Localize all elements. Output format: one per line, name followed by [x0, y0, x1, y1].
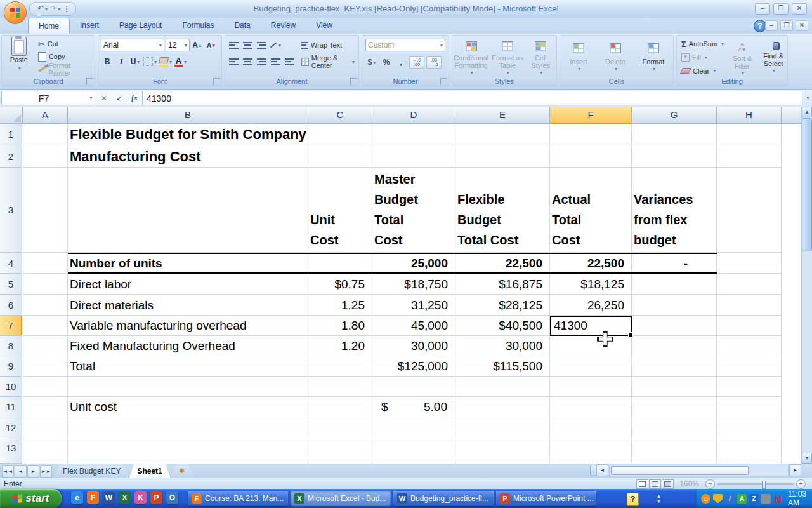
cell-B9[interactable]: Total	[68, 356, 308, 377]
autosum-button[interactable]: ΣAutoSum▾	[679, 38, 726, 50]
format-as-table-button[interactable]: Format as Table▾	[492, 37, 523, 77]
cell-B4[interactable]: Number of units	[68, 253, 308, 274]
cell-G4[interactable]: -	[632, 253, 717, 274]
cell-C6[interactable]: 1.25	[308, 295, 372, 316]
row-header-2[interactable]: 2	[0, 145, 22, 168]
cell-F7[interactable]: 41300	[550, 316, 632, 336]
find-select-button[interactable]: Find & Select▾	[759, 38, 788, 77]
close-button[interactable]: ✕	[792, 3, 807, 15]
cell-styles-button[interactable]: Cell Styles▾	[527, 37, 554, 77]
taskbar-button-word[interactable]: WBudgeting_practice-fl...	[393, 491, 494, 506]
cell-B1[interactable]: Flexible Budget for Smith Company	[68, 124, 308, 145]
cell-E9[interactable]: $115,500	[455, 356, 550, 377]
bold-button[interactable]: B	[101, 55, 114, 68]
cell-F5[interactable]: $18,125	[550, 274, 632, 295]
z-app-tray-icon[interactable]: Z	[749, 494, 759, 504]
align-left-button[interactable]	[227, 55, 240, 68]
name-box[interactable]: F7 ▾	[1, 91, 96, 105]
comma-style-button[interactable]: ,	[395, 56, 407, 69]
antivirus-tray-icon[interactable]: A	[737, 494, 747, 504]
cell-B5[interactable]: Direct labor	[68, 274, 308, 295]
cell-B8[interactable]: Fixed Manufacturing Overhead	[68, 336, 308, 356]
align-center-button[interactable]	[241, 55, 254, 68]
column-header-H[interactable]: H	[717, 107, 782, 124]
powerpoint-icon[interactable]: P	[150, 491, 162, 504]
workbook-close-button[interactable]: ✕	[796, 20, 808, 31]
row-header-13[interactable]: 13	[0, 438, 22, 458]
page-break-view-button[interactable]	[662, 479, 674, 489]
tab-formulas[interactable]: Formulas	[172, 18, 224, 34]
alignment-dialog-launcher[interactable]	[350, 78, 357, 85]
next-sheet-button[interactable]: ►	[27, 465, 39, 478]
decrease-indent-button[interactable]	[269, 55, 282, 68]
fill-button[interactable]: ▼Fill▾	[679, 51, 726, 63]
cell-E3[interactable]: Flexible Budget Total Cost	[455, 168, 550, 253]
cancel-entry-button[interactable]: ✕	[96, 94, 112, 103]
cell-E5[interactable]: $16,875	[455, 274, 550, 295]
minimize-button[interactable]: –	[755, 3, 770, 15]
scroll-up-button[interactable]: ▲	[802, 107, 812, 117]
increase-indent-button[interactable]	[283, 55, 296, 68]
row-header-12[interactable]: 12	[0, 417, 22, 438]
cell-F3[interactable]: Actual Total Cost	[550, 168, 632, 253]
orientation-button[interactable]: ▾	[269, 39, 282, 51]
last-sheet-button[interactable]: ►►	[40, 465, 52, 478]
first-sheet-button[interactable]: ◄◄	[2, 465, 14, 478]
taskbar-button-excel[interactable]: XMicrosoft Excel - Bud...	[291, 491, 391, 506]
tab-view[interactable]: View	[306, 18, 343, 34]
cell-D11[interactable]: $5.00	[372, 397, 455, 417]
row-header-8[interactable]: 8	[0, 336, 22, 356]
horizontal-scrollbar[interactable]: ◄ ►	[590, 465, 801, 476]
tab-split-handle[interactable]	[590, 465, 596, 476]
confirm-entry-button[interactable]: ✓	[112, 94, 127, 103]
column-header-A[interactable]: A	[23, 107, 68, 124]
clear-button[interactable]: Clear▾	[679, 65, 726, 77]
merge-center-button[interactable]: Merge & Center▾	[299, 55, 357, 68]
sheet-tab-flex-budget-key[interactable]: Flex Budget KEY	[55, 464, 129, 478]
tab-home[interactable]: Home	[28, 18, 70, 34]
scroll-down-button[interactable]: ▼	[802, 453, 812, 464]
cell-E6[interactable]: $28,125	[455, 295, 550, 316]
cell-C4[interactable]	[308, 253, 372, 274]
tab-review[interactable]: Review	[261, 18, 306, 34]
font-dialog-launcher[interactable]	[213, 78, 220, 85]
formula-input[interactable]: 41300	[143, 91, 802, 105]
font-name-select[interactable]: Arial▾	[101, 39, 164, 51]
zoom-out-button[interactable]: −	[705, 479, 715, 489]
insert-function-button[interactable]: fx	[127, 93, 142, 103]
zoom-slider[interactable]	[717, 483, 794, 485]
row-header-6[interactable]: 6	[0, 295, 22, 316]
paste-button[interactable]: Paste▾	[2, 36, 36, 77]
sheet-tab-sheet1[interactable]: Sheet1	[129, 464, 170, 478]
align-middle-button[interactable]	[241, 39, 254, 51]
select-all-corner[interactable]	[0, 107, 23, 124]
zoom-slider-thumb[interactable]	[762, 481, 766, 489]
tab-page-layout[interactable]: Page Layout	[109, 18, 172, 34]
delete-cells-button[interactable]: Delete▾	[601, 37, 629, 77]
cell-E8[interactable]: 30,000	[455, 336, 550, 356]
vertical-scrollbar[interactable]: ▲ ▼	[801, 107, 812, 464]
firefox-icon[interactable]: F	[87, 491, 99, 504]
cell-D3[interactable]: Master Budget Total Cost	[372, 168, 455, 253]
workbook-restore-button[interactable]: ❐	[780, 20, 793, 31]
cell-D4[interactable]: 25,000	[372, 253, 455, 274]
cell-B6[interactable]: Direct materials	[68, 295, 308, 316]
scroll-left-button[interactable]: ◄	[596, 464, 608, 476]
tab-insert[interactable]: Insert	[70, 18, 109, 34]
align-bottom-button[interactable]	[255, 39, 268, 51]
volume-tray-icon[interactable]	[761, 494, 771, 504]
tab-data[interactable]: Data	[224, 18, 260, 34]
cell-B11[interactable]: Unit cost	[68, 397, 308, 417]
cell-E4[interactable]: 22,500	[455, 253, 550, 274]
page-layout-view-button[interactable]	[649, 479, 661, 489]
cell-B2[interactable]: Manufacturing Cost	[68, 145, 308, 168]
normal-view-button[interactable]	[636, 479, 648, 489]
office-button[interactable]	[4, 1, 27, 24]
norton-tray-icon[interactable]: N	[773, 494, 783, 504]
start-button[interactable]: start	[0, 489, 62, 508]
cell-D6[interactable]: 31,250	[372, 295, 455, 316]
cell-C3[interactable]: Unit Cost	[308, 168, 372, 253]
grow-font-button[interactable]: A▲	[191, 39, 204, 51]
taskbar-button-firefox[interactable]: FCourse: BA 213: Man...	[188, 491, 288, 506]
number-dialog-launcher[interactable]	[440, 78, 447, 85]
